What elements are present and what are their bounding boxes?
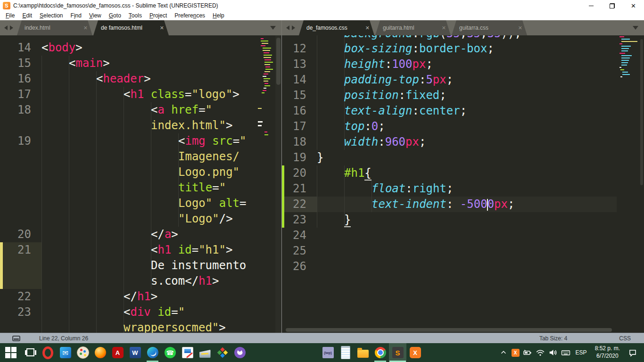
taskbar-chrome-button[interactable] xyxy=(372,343,389,362)
code-line xyxy=(317,228,617,243)
menu-preferences[interactable]: Preferences xyxy=(171,12,209,19)
line-number: 19 xyxy=(0,133,41,149)
line-number: 18 xyxy=(282,134,317,150)
close-icon: ✕ xyxy=(631,3,636,9)
touch-keyboard-icon[interactable] xyxy=(561,343,570,362)
notepad-icon xyxy=(339,346,352,359)
clock[interactable]: 8:52 p. m. 6/7/2020 xyxy=(592,345,623,360)
tab-de-famosos-css[interactable]: de_famosos.css✕ xyxy=(299,20,374,35)
taskbar-movie-maker-button[interactable] xyxy=(179,343,196,362)
taskbar-opera-button[interactable] xyxy=(39,343,57,362)
sublime-logo-icon: S xyxy=(3,2,10,9)
taskbar-paint-button[interactable] xyxy=(74,343,91,362)
taskbar-word-button[interactable]: W xyxy=(126,343,144,362)
taskbar-mail-button[interactable]: ✉ xyxy=(57,343,74,362)
left-editor-pane[interactable]: 14<body>15<main>16<header>17<h1 class="l… xyxy=(0,35,281,333)
xampp-tray-icon[interactable]: X xyxy=(512,349,520,357)
tab-size-indicator[interactable]: Tab Size: 4 xyxy=(539,335,567,342)
code-line: "Logo"/> xyxy=(41,211,257,227)
taskbar-explorer-button[interactable] xyxy=(354,343,372,362)
wifi-icon[interactable] xyxy=(536,343,545,362)
taskbar-start-button[interactable] xyxy=(0,343,22,362)
right-hscroll-thumb[interactable] xyxy=(286,328,612,332)
code-line: wrappersocmed"> xyxy=(41,320,257,333)
taskbar-lwp-button[interactable]: {lwp} xyxy=(319,343,337,362)
line-number: 23 xyxy=(282,212,317,228)
taskbar-git-extensions-button[interactable] xyxy=(214,343,231,362)
windows-taskbar: ✉AW☎{lwp}SX X ESP 8:52 p. m. 6/7/2020 xyxy=(0,343,644,362)
action-center-icon[interactable] xyxy=(626,343,639,362)
taskbar-xampp-button[interactable]: X xyxy=(406,343,424,362)
tab-close-icon[interactable]: ✕ xyxy=(160,25,164,31)
taskbar-whatsapp-button[interactable]: ☎ xyxy=(161,343,179,362)
xampp-icon: X xyxy=(409,346,421,359)
line-number: 16 xyxy=(0,71,41,87)
whatsapp-icon: ☎ xyxy=(164,346,176,359)
tab-close-icon[interactable]: ✕ xyxy=(365,25,370,31)
code-line: position:fixed; xyxy=(317,88,617,103)
line-number: 21 xyxy=(282,181,317,197)
code-line: title=" xyxy=(41,180,257,196)
right-horizontal-scrollbar[interactable] xyxy=(285,328,614,332)
left-tab-nav[interactable] xyxy=(0,20,17,35)
code-line xyxy=(317,243,617,259)
right-tab-nav[interactable] xyxy=(282,20,299,35)
right-tab-zone: de_famosos.css✕guitarra.html✕guitarra.cs… xyxy=(281,20,644,35)
code-row: "Logo"/> xyxy=(0,211,257,227)
menu-find[interactable]: Find xyxy=(67,12,85,19)
taskbar-scanner-button[interactable] xyxy=(196,343,214,362)
vintage-mode-icon[interactable] xyxy=(12,336,20,341)
menu-file[interactable]: File xyxy=(2,12,18,19)
left-scroll-thumb[interactable] xyxy=(276,38,281,85)
tab-close-icon[interactable]: ✕ xyxy=(83,25,88,31)
taskbar-github-desktop-button[interactable] xyxy=(231,343,248,362)
left-minimap[interactable] xyxy=(258,37,274,282)
right-editor-pane[interactable]: background:rgb(35,35,35));12box-sizing:b… xyxy=(282,35,644,333)
tab-index-html[interactable]: index.html✕ xyxy=(17,20,92,35)
line-number: 20 xyxy=(0,227,41,242)
right-minimap[interactable] xyxy=(619,36,638,98)
right-tab-list-icon[interactable] xyxy=(633,26,638,30)
close-button[interactable]: ✕ xyxy=(623,0,644,11)
right-scroll-thumb[interactable] xyxy=(640,39,643,185)
firefox-icon xyxy=(94,346,107,359)
tab-close-icon[interactable]: ✕ xyxy=(442,25,446,31)
taskbar-acrobat-button[interactable]: A xyxy=(109,343,126,362)
taskbar-firefox-button[interactable] xyxy=(91,343,109,362)
menu-edit[interactable]: Edit xyxy=(18,12,36,19)
line-number: 14 xyxy=(0,40,41,56)
left-tab-list-icon[interactable] xyxy=(270,26,276,30)
speaker-icon[interactable] xyxy=(548,343,558,362)
taskbar-task-view-button[interactable] xyxy=(22,343,39,362)
restore-button[interactable] xyxy=(602,0,623,11)
acrobat-icon: A xyxy=(112,346,124,359)
menu-tools[interactable]: Tools xyxy=(125,12,146,19)
menu-project[interactable]: Project xyxy=(146,12,171,19)
tab-de-famosos-html[interactable]: de famosos.html✕ xyxy=(93,20,169,35)
pane-divider[interactable] xyxy=(281,35,282,333)
menu-view[interactable]: View xyxy=(85,12,105,19)
menu-selection[interactable]: Selection xyxy=(36,12,66,19)
left-vertical-scrollbar[interactable] xyxy=(275,35,281,333)
menu-help[interactable]: Help xyxy=(209,12,228,19)
right-vertical-scrollbar[interactable] xyxy=(639,35,644,333)
tab-guitarra-html[interactable]: guitarra.html✕ xyxy=(375,20,451,35)
tray-expand-icon[interactable] xyxy=(499,343,508,362)
code-line: </a> xyxy=(41,227,257,242)
syntax-indicator[interactable]: CSS xyxy=(619,335,631,342)
taskbar-sublime-button[interactable]: S xyxy=(389,343,406,362)
code-line: index.html"> xyxy=(41,118,257,133)
code-row: Logo" alt= xyxy=(0,196,257,211)
tab-close-icon[interactable]: ✕ xyxy=(518,25,522,31)
line-number xyxy=(0,273,41,289)
tab-label: guitarra.css xyxy=(459,25,515,31)
minimize-button[interactable] xyxy=(580,0,602,11)
tab-bar: index.html✕de famosos.html✕ de_famosos.c… xyxy=(0,20,644,35)
code-line: <img src=" xyxy=(41,133,257,149)
taskbar-edge-button[interactable] xyxy=(144,343,161,362)
taskbar-notepad-button[interactable] xyxy=(337,343,354,362)
battery-icon[interactable] xyxy=(523,343,532,362)
tab-guitarra-css[interactable]: guitarra.css✕ xyxy=(452,20,527,35)
menu-goto[interactable]: Goto xyxy=(105,12,125,19)
language-indicator[interactable]: ESP xyxy=(574,349,589,356)
